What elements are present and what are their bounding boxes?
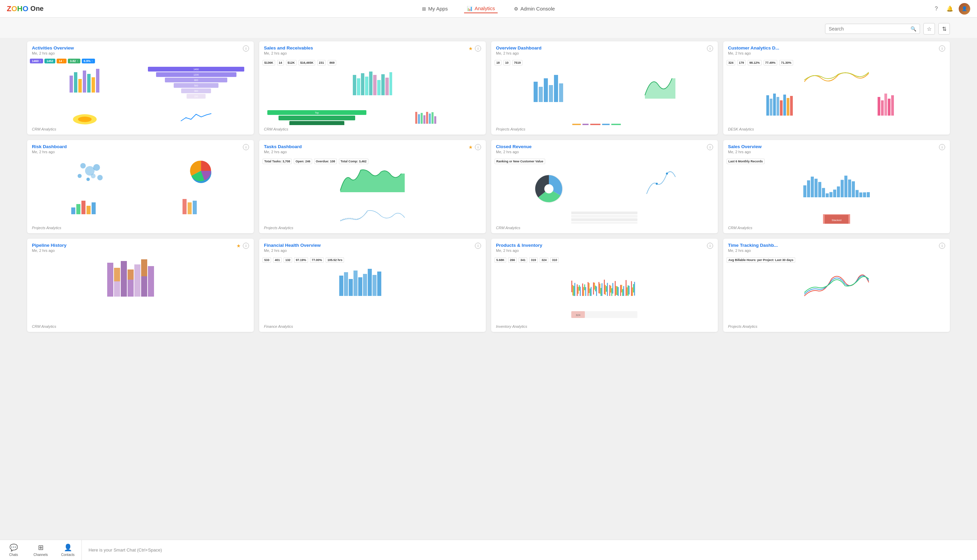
card-sales-overview[interactable]: Sales Overview Me, 2 hrs ago i Last 6 Mo…: [723, 140, 950, 233]
svg-rect-1: [74, 72, 77, 93]
card-header-customer-analytics: Customer Analytics D... Me, 2 hrs ago i: [723, 42, 950, 57]
svg-point-53: [93, 164, 100, 171]
avatar[interactable]: 👤: [959, 3, 970, 15]
card-overview-dashboard[interactable]: Overview Dashboard Me, 2 hrs ago i 18107…: [491, 42, 718, 135]
svg-rect-32: [559, 83, 563, 102]
info-icon[interactable]: i: [243, 144, 249, 150]
svg-rect-160: [632, 287, 633, 296]
card-header-risk-dashboard: Risk Dashboard Me, 2 hrs ago i: [27, 140, 254, 156]
card-title: Tasks Dashboard: [264, 144, 468, 149]
info-icon[interactable]: i: [475, 45, 481, 52]
svg-rect-9: [353, 75, 356, 95]
card-risk-dashboard[interactable]: Risk Dashboard Me, 2 hrs ago i: [27, 140, 254, 233]
card-meta: Me, 2 hrs ago: [264, 150, 468, 154]
svg-point-56: [87, 178, 90, 181]
svg-rect-11: [361, 73, 364, 95]
card-header-tasks-dashboard: Tasks Dashboard Me, 2 hrs ago ★ i: [259, 140, 486, 156]
card-preview: [27, 156, 254, 224]
info-icon[interactable]: i: [939, 144, 945, 150]
svg-rect-116: [572, 285, 573, 296]
svg-rect-142: [607, 283, 608, 296]
info-icon[interactable]: i: [707, 144, 713, 150]
svg-rect-45: [790, 96, 793, 116]
card-preview: 53340113297.19%77.00%105.52 hrs: [259, 255, 486, 322]
svg-rect-146: [612, 283, 613, 293]
svg-rect-72: [571, 215, 638, 218]
info-icon[interactable]: i: [475, 144, 481, 150]
svg-rect-91: [863, 192, 866, 197]
svg-rect-37: [611, 124, 621, 125]
svg-rect-28: [539, 87, 543, 102]
svg-rect-18: [389, 72, 392, 95]
help-button[interactable]: ?: [932, 4, 941, 13]
svg-rect-107: [344, 272, 348, 296]
header-right: ? 🔔 👤: [916, 3, 970, 15]
card-sales-and-receivables[interactable]: Sales and Receivables Me, 2 hrs ago ★ i …: [259, 42, 486, 135]
card-footer: Projects Analytics: [259, 224, 486, 233]
card-tasks-dashboard[interactable]: Tasks Dashboard Me, 2 hrs ago ★ i Total …: [259, 140, 486, 233]
toolbar: 🔍 ☆ ⇅: [0, 18, 977, 38]
svg-rect-111: [363, 274, 367, 296]
svg-rect-85: [841, 180, 844, 197]
notifications-button[interactable]: 🔔: [945, 4, 955, 13]
info-icon[interactable]: i: [707, 243, 713, 249]
card-title: Sales and Receivables: [264, 45, 468, 50]
svg-rect-74: [571, 222, 638, 224]
card-preview: 5.68K266341319324310 324: [491, 255, 718, 322]
card-activities-overview[interactable]: Activities Overview Me, 2 hrs ago i 1460…: [27, 42, 254, 135]
info-icon[interactable]: i: [475, 243, 481, 249]
sort-button[interactable]: ⇅: [938, 23, 950, 35]
star-icon[interactable]: ★: [468, 46, 473, 51]
card-preview: $136K14$12K$16,465K231869: [259, 57, 486, 125]
svg-rect-155: [626, 280, 626, 296]
card-footer: DESK Analytics: [723, 125, 950, 135]
card-footer: CRM Analytics: [27, 322, 254, 332]
card-header-financial-health: Financial Health Overview Me, 2 hrs ago …: [259, 238, 486, 255]
svg-rect-43: [783, 95, 786, 116]
info-icon[interactable]: i: [707, 45, 713, 52]
card-pipeline-history[interactable]: Pipeline History Me, 2 hrs ago ★ i: [27, 238, 254, 332]
info-icon[interactable]: i: [939, 243, 945, 249]
info-icon[interactable]: i: [939, 45, 945, 52]
card-title-area: Risk Dashboard Me, 2 hrs ago: [32, 144, 243, 154]
svg-rect-109: [354, 270, 357, 296]
nav-admin-console[interactable]: ⚙ Admin Console: [511, 4, 558, 13]
nav-analytics[interactable]: 📊 Analytics: [464, 4, 498, 13]
svg-rect-129: [590, 288, 591, 296]
star-icon[interactable]: ★: [468, 144, 473, 150]
svg-rect-114: [377, 272, 381, 296]
svg-rect-19: [415, 112, 417, 124]
search-input[interactable]: [829, 26, 908, 32]
svg-rect-78: [815, 178, 818, 197]
svg-rect-13: [369, 72, 372, 95]
svg-rect-153: [622, 289, 623, 296]
card-actions: i: [243, 45, 249, 52]
info-icon[interactable]: i: [243, 243, 249, 249]
star-icon[interactable]: ★: [236, 243, 241, 248]
svg-rect-162: [634, 282, 635, 296]
svg-rect-150: [618, 287, 619, 296]
card-customer-analytics[interactable]: Customer Analytics D... Me, 2 hrs ago i …: [723, 42, 950, 135]
nav-my-apps[interactable]: ⊞ My Apps: [419, 4, 451, 13]
card-preview: Last 6 Monthly Records Stacked: [723, 156, 950, 224]
card-title: Sales Overview: [728, 144, 939, 149]
card-header-activities-overview: Activities Overview Me, 2 hrs ago i: [27, 42, 254, 57]
svg-rect-61: [87, 206, 90, 214]
info-icon[interactable]: i: [243, 45, 249, 52]
svg-rect-147: [615, 281, 616, 296]
card-footer: Projects Analytics: [723, 322, 950, 332]
svg-rect-120: [578, 287, 579, 293]
card-closed-revenue[interactable]: Closed Revenue Me, 2 hrs ago i Ranking o…: [491, 140, 718, 233]
svg-rect-145: [611, 288, 612, 296]
card-time-tracking[interactable]: Time Tracking Dashb... Me, 2 hrs ago i A…: [723, 238, 950, 332]
card-actions: i: [939, 243, 945, 249]
card-financial-health[interactable]: Financial Health Overview Me, 2 hrs ago …: [259, 238, 486, 332]
svg-rect-137: [600, 288, 601, 296]
svg-rect-76: [807, 180, 810, 197]
svg-rect-47: [881, 100, 884, 116]
svg-text:324: 324: [576, 313, 580, 317]
favorites-button[interactable]: ☆: [924, 23, 935, 35]
svg-rect-152: [621, 285, 622, 292]
card-products-inventory[interactable]: Products & Inventory Me, 2 hrs ago i 5.6…: [491, 238, 718, 332]
svg-rect-30: [549, 85, 553, 102]
